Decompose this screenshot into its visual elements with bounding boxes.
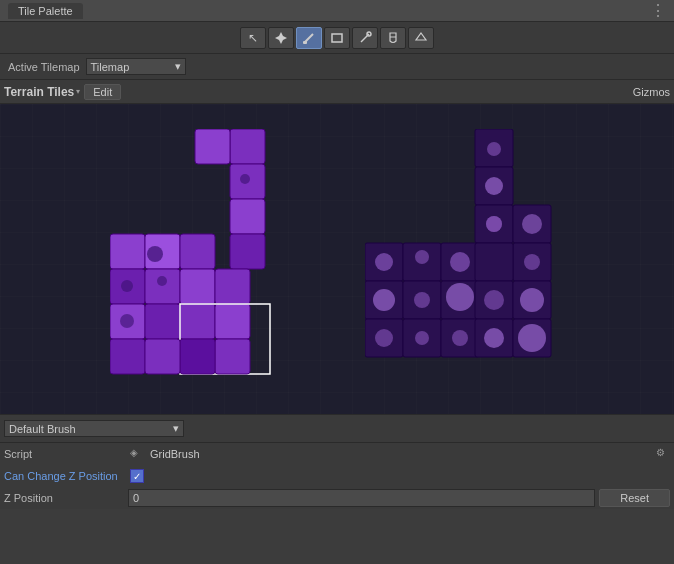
brush-dropdown-chevron-icon: ▾ <box>173 422 179 435</box>
can-change-z-position-label: Can Change Z Position <box>4 470 124 482</box>
pick-tool-button[interactable] <box>352 27 378 49</box>
svg-rect-20 <box>180 234 215 269</box>
svg-point-64 <box>414 292 430 308</box>
svg-rect-12 <box>0 104 674 414</box>
svg-marker-2 <box>275 36 279 40</box>
fill-tool-button[interactable] <box>380 27 406 49</box>
svg-point-66 <box>484 290 504 310</box>
svg-rect-16 <box>230 234 265 269</box>
z-position-row: Z Position Reset <box>0 487 674 509</box>
rect-tool-button[interactable] <box>324 27 350 49</box>
gizmos-button[interactable]: Gizmos <box>633 86 670 98</box>
svg-rect-13 <box>230 129 265 164</box>
tool-toolbar: ↖ <box>0 22 674 54</box>
title-bar: Tile Palette ⋮ <box>0 0 674 22</box>
edit-button[interactable]: Edit <box>84 84 121 100</box>
svg-rect-26 <box>145 304 180 339</box>
grid-overlay <box>0 104 674 414</box>
svg-rect-37 <box>110 339 145 374</box>
svg-marker-1 <box>279 40 283 44</box>
window-title: Tile Palette <box>18 5 73 17</box>
terrain-tiles-label: Terrain Tiles <box>4 85 74 99</box>
terrain-tiles-dropdown[interactable]: Terrain Tiles ▾ <box>4 85 80 99</box>
svg-point-58 <box>375 253 393 271</box>
terrain-tiles-chevron-icon: ▾ <box>76 87 80 96</box>
tile-canvas[interactable] <box>0 104 674 414</box>
paint-tool-button[interactable] <box>296 27 322 49</box>
title-bar-left: Tile Palette <box>8 3 83 19</box>
svg-rect-4 <box>279 36 283 40</box>
svg-rect-7 <box>332 34 342 42</box>
erase-tool-button[interactable] <box>408 27 434 49</box>
cursor-tool-button[interactable]: ↖ <box>240 27 266 49</box>
tilemap-dropdown-chevron: ▾ <box>175 60 181 73</box>
svg-rect-47 <box>475 243 513 281</box>
svg-marker-11 <box>416 33 426 40</box>
svg-point-68 <box>375 329 393 347</box>
svg-point-30 <box>157 276 167 286</box>
window-menu-icon[interactable]: ⋮ <box>650 1 666 20</box>
svg-point-59 <box>415 250 429 264</box>
svg-point-70 <box>452 330 468 346</box>
secondary-toolbar: Terrain Tiles ▾ Edit Gizmos <box>0 80 674 104</box>
svg-rect-28 <box>215 304 250 339</box>
script-icon: ◈ <box>130 447 144 461</box>
brush-dropdown[interactable]: Default Brush ▾ <box>4 420 184 437</box>
svg-point-72 <box>518 324 546 352</box>
tilemap-dropdown[interactable]: Tilemap ▾ <box>86 58 186 75</box>
svg-point-76 <box>522 214 542 234</box>
script-value: GridBrush <box>150 448 650 460</box>
tilemap-selected-value: Tilemap <box>91 61 130 73</box>
script-label: Script <box>4 448 124 460</box>
move-tool-button[interactable] <box>268 27 294 49</box>
svg-point-71 <box>484 328 504 348</box>
svg-point-33 <box>240 174 250 184</box>
z-position-input[interactable] <box>128 489 595 507</box>
svg-point-75 <box>486 216 502 232</box>
svg-rect-36 <box>180 339 215 374</box>
svg-point-31 <box>147 246 163 262</box>
brush-label: Default Brush <box>9 423 76 435</box>
reset-button[interactable]: Reset <box>599 489 670 507</box>
svg-rect-18 <box>110 234 145 269</box>
svg-line-5 <box>305 34 313 42</box>
svg-point-62 <box>524 254 540 270</box>
brush-row: Default Brush ▾ <box>0 415 674 443</box>
svg-rect-22 <box>145 269 180 304</box>
left-sprite <box>110 129 310 409</box>
svg-point-67 <box>520 288 544 312</box>
svg-rect-38 <box>145 339 180 374</box>
svg-point-65 <box>446 283 474 311</box>
settings-icon[interactable]: ⚙ <box>656 447 670 461</box>
svg-point-63 <box>373 289 395 311</box>
svg-marker-3 <box>283 36 287 40</box>
svg-rect-23 <box>180 269 215 304</box>
svg-point-74 <box>485 177 503 195</box>
svg-marker-0 <box>279 32 283 36</box>
svg-rect-35 <box>215 339 250 374</box>
svg-point-73 <box>487 142 501 156</box>
can-change-z-position-row: Can Change Z Position ✓ <box>0 465 674 487</box>
tilemap-row: Active Tilemap Tilemap ▾ <box>0 54 674 80</box>
svg-rect-17 <box>195 129 230 164</box>
z-position-label: Z Position <box>4 492 124 504</box>
svg-point-60 <box>450 252 470 272</box>
right-sprite <box>365 129 555 409</box>
bottom-panel: Default Brush ▾ Script ◈ GridBrush ⚙ Can… <box>0 414 674 509</box>
svg-rect-6 <box>303 41 307 44</box>
svg-point-69 <box>415 331 429 345</box>
svg-rect-27 <box>180 304 215 339</box>
active-tilemap-label: Active Tilemap <box>8 61 80 73</box>
svg-point-29 <box>121 280 133 292</box>
can-change-z-position-checkbox[interactable]: ✓ <box>130 469 144 483</box>
svg-rect-15 <box>230 199 265 234</box>
title-tab[interactable]: Tile Palette <box>8 3 83 19</box>
svg-point-32 <box>120 314 134 328</box>
svg-rect-24 <box>215 269 250 304</box>
script-row: Script ◈ GridBrush ⚙ <box>0 443 674 465</box>
